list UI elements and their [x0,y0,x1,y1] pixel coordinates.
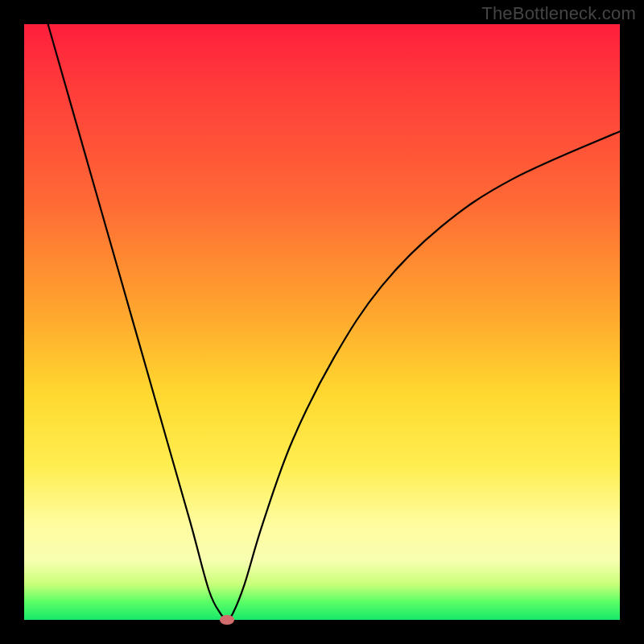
chart-frame: TheBottleneck.com [0,0,644,644]
plot-area [24,24,620,620]
curve-svg [24,24,620,620]
curve-left-branch [48,24,227,620]
watermark-text: TheBottleneck.com [481,3,636,24]
optimum-marker [220,615,234,625]
curve-right-branch [227,131,620,620]
